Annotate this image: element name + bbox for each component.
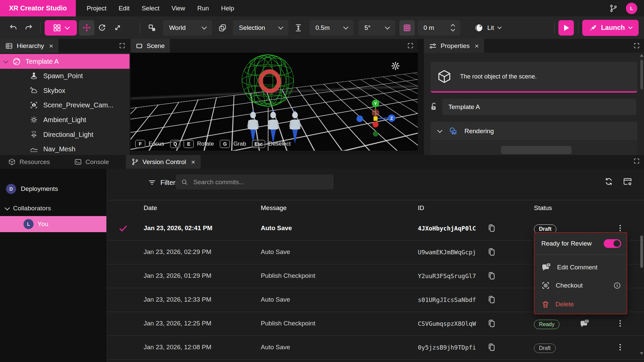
row-menu-button[interactable] (616, 343, 625, 352)
wireframe-sphere[interactable] (241, 53, 295, 109)
bottom-scrollbar[interactable] (640, 236, 643, 268)
vertical-extent-button[interactable] (291, 20, 306, 36)
object-name-field[interactable] (442, 99, 636, 115)
hierarchy-item-skybox[interactable]: Skybox (0, 84, 130, 97)
move-tool-button[interactable] (79, 20, 94, 36)
hierarchy-item-directional-light[interactable]: Directional_Light (0, 128, 130, 141)
column-id[interactable]: ID (418, 204, 424, 212)
row-menu-button[interactable] (616, 223, 625, 233)
overlap-mode-button[interactable] (215, 20, 230, 36)
commit-message: Auto Save (261, 344, 290, 351)
sidebar-item-you[interactable]: L You (0, 216, 106, 232)
hierarchy-item-root[interactable]: Template A (0, 54, 130, 69)
rotate-tool-button[interactable] (94, 20, 110, 36)
hierarchy-item-scene-preview-cam-[interactable]: Scene_Preview_Cam... (0, 98, 130, 112)
tab-properties[interactable]: Properties × (424, 39, 484, 53)
copy-id-button[interactable] (487, 224, 496, 232)
sidebar-item-deployments[interactable]: D Deployments (0, 181, 106, 197)
avatar-figure[interactable] (267, 111, 280, 144)
copy-id-button[interactable] (487, 295, 496, 304)
grid-snap-toggle-button[interactable] (399, 20, 415, 36)
menu-run[interactable]: Run (191, 0, 215, 16)
menu-help[interactable]: Help (215, 0, 240, 16)
sidebar-item-collaborators[interactable]: Collaborators (0, 201, 106, 216)
refresh-icon[interactable] (604, 177, 613, 186)
avatar-figure[interactable] (289, 111, 301, 144)
search-commits-input[interactable] (193, 178, 329, 186)
version-control-branch-icon[interactable] (609, 4, 618, 13)
sidebar-item-label: Deployments (21, 185, 58, 193)
expand-panel-icon[interactable] (119, 42, 126, 49)
tab-console[interactable]: Console (69, 155, 114, 169)
ready-for-review-toggle[interactable] (604, 239, 621, 248)
height-value: 0 m (424, 24, 434, 32)
tab-hierarchy[interactable]: Hierarchy × (0, 39, 58, 53)
play-icon (564, 25, 569, 31)
hierarchy-item-nav-mesh[interactable]: Nav_Mesh (0, 142, 130, 155)
lock-unlocked-icon[interactable] (429, 102, 439, 111)
undo-button[interactable] (5, 20, 21, 36)
rotate-snap-value: 5° (364, 24, 370, 32)
section-rendering[interactable]: Rendering (431, 122, 637, 140)
menu-project[interactable]: Project (81, 0, 112, 16)
play-button[interactable] (558, 20, 574, 36)
tool-palette-button[interactable] (45, 20, 77, 36)
commit-row[interactable]: Jan 23, 2026, 12:25 PMPublish Checkpoint… (106, 312, 644, 336)
scale-tool-button[interactable] (110, 20, 125, 36)
height-stepper[interactable]: 0 m (417, 20, 460, 36)
search-commits-box[interactable] (176, 174, 334, 190)
column-message[interactable]: Message (261, 204, 287, 212)
tab-version-control[interactable]: Version Control× (126, 155, 201, 169)
menu-select[interactable]: Select (136, 0, 165, 16)
hierarchy-item-spawn-point[interactable]: Spawn_Point (0, 69, 130, 83)
pivot-mode-button[interactable] (144, 20, 160, 36)
scene-viewport[interactable]: Y Z FFocusQERotateGGrabEscDeselect (131, 53, 418, 151)
step-down-icon[interactable] (451, 27, 455, 32)
copy-id-button[interactable] (487, 319, 496, 328)
tab-resources[interactable]: Resources (3, 155, 55, 169)
column-date[interactable]: Date (144, 204, 157, 212)
copy-id-button[interactable] (487, 343, 496, 352)
copy-id-button[interactable] (487, 248, 496, 256)
user-avatar[interactable]: L (626, 3, 637, 14)
version-control-sidebar: D Deployments Collaborators L You (0, 169, 106, 362)
info-icon[interactable] (613, 281, 621, 290)
lit-sphere-icon (475, 23, 483, 32)
menu-item-delete[interactable]: Delete (535, 297, 627, 312)
commit-settings-icon[interactable] (623, 177, 633, 187)
status-badge: Ready (534, 320, 559, 329)
menu-view[interactable]: View (165, 0, 191, 16)
scroll-down-arrow[interactable] (640, 352, 643, 355)
expand-panel-icon[interactable] (633, 158, 640, 164)
commit-row[interactable]: Jan 23, 2026, 12:08 PMAuto Save0y5jzsB9j… (106, 336, 644, 360)
move-snap-dropdown[interactable]: 0.5m (309, 20, 354, 36)
menu-item-label: Delete (555, 301, 574, 308)
selection-mode-dropdown[interactable]: Selection (233, 20, 289, 36)
scene-settings-gear-icon[interactable] (391, 61, 400, 70)
rotate-snap-dropdown[interactable]: 5° (358, 20, 395, 36)
properties-scrollbar[interactable] (640, 60, 643, 89)
menu-item-edit-comment[interactable]: Edit Comment (535, 260, 627, 275)
launch-button[interactable]: Launch (582, 20, 639, 36)
hierarchy-item-ambient-light[interactable]: Ambient_Light (0, 113, 130, 126)
menu-edit[interactable]: Edit (112, 0, 136, 16)
transform-gizmo[interactable]: Y Z (355, 100, 399, 140)
comment-icon[interactable] (580, 319, 590, 329)
shading-mode-dropdown[interactable]: Lit (468, 20, 507, 36)
commit-id: s01URgJIcsSaNbdf (418, 296, 476, 303)
coordinate-space-dropdown[interactable]: World (163, 20, 212, 36)
close-icon[interactable]: × (191, 158, 195, 165)
avatar-figure[interactable] (247, 111, 259, 144)
copy-id-button[interactable] (487, 271, 496, 280)
close-icon[interactable]: × (475, 42, 479, 49)
redo-button[interactable] (21, 20, 36, 36)
close-icon[interactable]: × (49, 42, 53, 49)
tab-scene[interactable]: Scene (131, 39, 170, 53)
hierarchy-item-label: Nav_Mesh (43, 145, 76, 153)
expand-panel-icon[interactable] (633, 42, 640, 49)
menu-item-checkout[interactable]: Checkout (535, 278, 627, 293)
expand-panel-icon[interactable] (407, 42, 414, 49)
column-status[interactable]: Status (534, 204, 552, 212)
scroll-up-arrow[interactable] (640, 54, 643, 57)
row-menu-button[interactable] (616, 319, 625, 328)
